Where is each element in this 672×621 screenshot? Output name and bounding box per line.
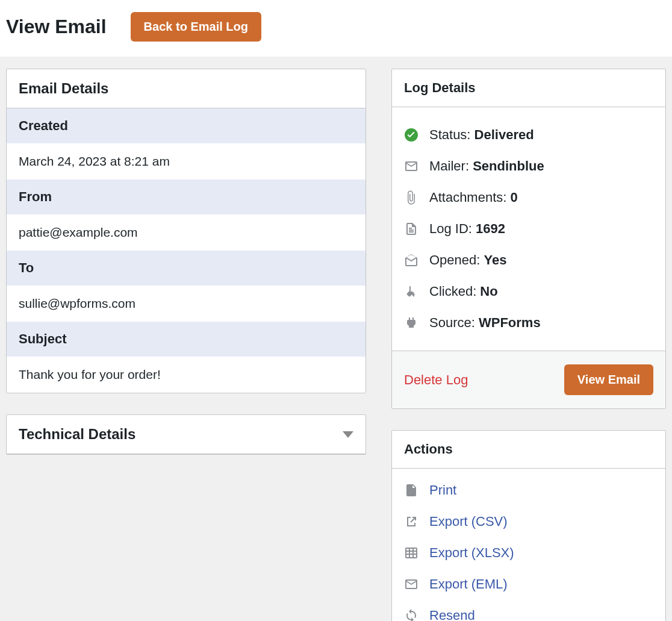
actions-panel: Actions Print Export (CSV) xyxy=(391,430,666,621)
export-xlsx-link: Export (XLSX) xyxy=(429,545,514,561)
envelope-icon xyxy=(404,159,418,173)
mailer-label: Mailer: xyxy=(429,158,473,173)
actions-title: Actions xyxy=(404,442,453,457)
back-to-email-log-button[interactable]: Back to Email Log xyxy=(131,12,261,42)
log-details-title: Log Details xyxy=(404,80,476,96)
document-icon xyxy=(404,483,418,498)
check-circle-icon xyxy=(404,128,418,142)
status-row: Status: Delivered xyxy=(404,119,653,151)
opened-label: Opened: xyxy=(429,252,484,267)
paperclip-icon xyxy=(404,190,418,205)
technical-details-title: Technical Details xyxy=(19,426,135,443)
clicked-value: No xyxy=(480,284,497,299)
export-arrow-icon xyxy=(404,514,418,529)
log-id-label: Log ID: xyxy=(429,221,476,236)
status-label: Status: xyxy=(429,127,474,142)
opened-value: Yes xyxy=(484,252,507,267)
print-link: Print xyxy=(429,482,456,498)
mailer-value: Sendinblue xyxy=(473,158,544,173)
export-csv-link: Export (CSV) xyxy=(429,514,508,529)
attachments-label: Attachments: xyxy=(429,190,511,205)
resend-action[interactable]: Resend xyxy=(404,600,653,621)
source-label: Source: xyxy=(429,315,479,330)
created-label: Created xyxy=(7,108,366,143)
log-id-value: 1692 xyxy=(476,221,505,236)
log-details-panel: Log Details Status: Delivered Mailer: Se… xyxy=(391,69,666,409)
email-details-panel: Email Details Created March 24, 2023 at … xyxy=(6,69,366,393)
spreadsheet-icon xyxy=(404,546,418,560)
delete-log-link[interactable]: Delete Log xyxy=(404,372,468,388)
subject-label: Subject xyxy=(7,322,366,357)
export-eml-link: Export (EML) xyxy=(429,576,508,592)
export-eml-action[interactable]: Export (EML) xyxy=(404,569,653,600)
log-id-row: Log ID: 1692 xyxy=(404,213,653,245)
mailer-row: Mailer: Sendinblue xyxy=(404,151,653,182)
clicked-label: Clicked: xyxy=(429,284,480,299)
attachments-value: 0 xyxy=(511,190,518,205)
status-value: Delivered xyxy=(474,127,534,142)
view-email-button[interactable]: View Email xyxy=(564,364,653,395)
chevron-down-icon xyxy=(343,431,353,438)
from-label: From xyxy=(7,179,366,214)
envelope-open-icon xyxy=(404,253,418,267)
export-xlsx-action[interactable]: Export (XLSX) xyxy=(404,537,653,569)
page-title: View Email xyxy=(6,16,107,38)
file-icon xyxy=(404,222,418,236)
attachments-row: Attachments: 0 xyxy=(404,182,653,213)
subject-value: Thank you for your order! xyxy=(7,357,366,393)
source-row: Source: WPForms xyxy=(404,307,653,339)
export-csv-action[interactable]: Export (CSV) xyxy=(404,506,653,537)
mail-icon xyxy=(404,577,418,591)
to-value: sullie@wpforms.com xyxy=(7,286,366,322)
refresh-icon xyxy=(404,608,418,621)
clicked-row: Clicked: No xyxy=(404,276,653,307)
hand-pointer-icon xyxy=(404,284,418,299)
created-value: March 24, 2023 at 8:21 am xyxy=(7,143,366,179)
to-label: To xyxy=(7,251,366,286)
email-details-title: Email Details xyxy=(19,80,108,97)
technical-details-panel: Technical Details xyxy=(6,414,366,455)
page-header: View Email Back to Email Log xyxy=(0,0,672,57)
print-action[interactable]: Print xyxy=(404,475,653,506)
technical-details-toggle[interactable]: Technical Details xyxy=(7,415,366,454)
opened-row: Opened: Yes xyxy=(404,245,653,276)
resend-link: Resend xyxy=(429,608,475,621)
source-value: WPForms xyxy=(479,315,541,330)
plug-icon xyxy=(404,316,418,330)
from-value: pattie@example.com xyxy=(7,214,366,251)
